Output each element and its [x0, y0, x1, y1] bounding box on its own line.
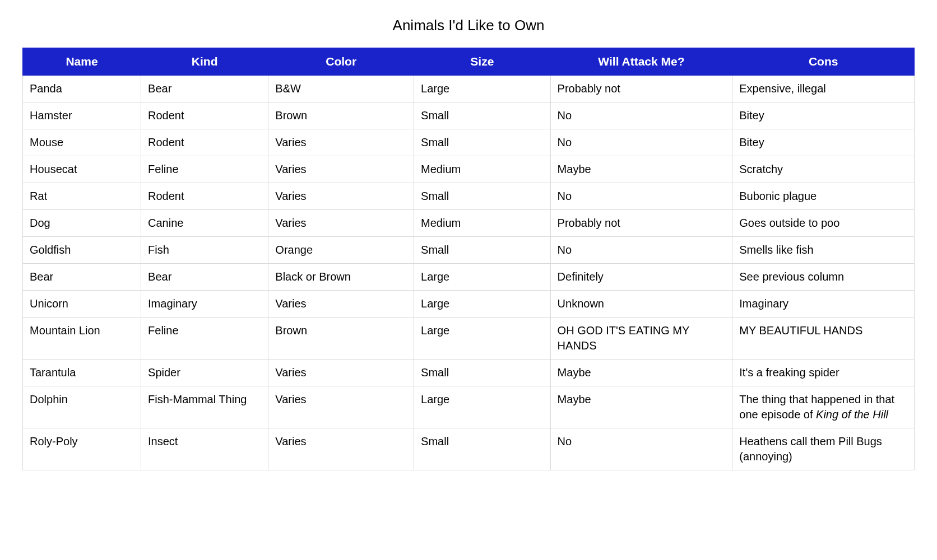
- cell-cons: Expensive, illegal: [732, 76, 915, 102]
- cell-kind: Bear: [141, 76, 268, 102]
- cell-color: Varies: [268, 428, 414, 470]
- cell-size: Medium: [414, 156, 551, 183]
- cell-cons: Bubonic plague: [732, 183, 915, 210]
- cell-name: Dog: [23, 210, 141, 237]
- cell-attack: Maybe: [550, 156, 732, 183]
- cell-attack: Unknown: [550, 291, 732, 318]
- cell-name: Hamster: [23, 102, 141, 129]
- cell-kind: Rodent: [141, 129, 268, 156]
- cell-cons: MY BEAUTIFUL HANDS: [732, 318, 915, 360]
- cell-size: Large: [414, 318, 551, 360]
- cell-color: Varies: [268, 210, 414, 237]
- cell-name: Housecat: [23, 156, 141, 183]
- cell-color: Brown: [268, 102, 414, 129]
- table-row: DolphinFish-Mammal ThingVariesLargeMaybe…: [23, 386, 915, 428]
- cell-cons: Imaginary: [732, 291, 915, 318]
- page-title: Animals I'd Like to Own: [22, 17, 915, 34]
- cell-color: Varies: [268, 386, 414, 428]
- cell-kind: Feline: [141, 318, 268, 360]
- table-row: Mountain LionFelineBrownLargeOH GOD IT'S…: [23, 318, 915, 360]
- table-row: PandaBearB&WLargeProbably notExpensive, …: [23, 76, 915, 102]
- cell-size: Large: [414, 386, 551, 428]
- cell-cons: It's a freaking spider: [732, 360, 915, 386]
- cell-cons: Heathens call them Pill Bugs (annoying): [732, 428, 915, 470]
- cell-cons: Scratchy: [732, 156, 915, 183]
- cell-color: Black or Brown: [268, 264, 414, 291]
- cell-size: Small: [414, 237, 551, 264]
- col-header-size: Size: [414, 48, 551, 76]
- table-row: DogCanineVariesMediumProbably notGoes ou…: [23, 210, 915, 237]
- cell-name: Bear: [23, 264, 141, 291]
- cell-kind: Spider: [141, 360, 268, 386]
- table-row: HousecatFelineVariesMediumMaybeScratchy: [23, 156, 915, 183]
- cell-name: Rat: [23, 183, 141, 210]
- cell-name: Roly-Poly: [23, 428, 141, 470]
- cell-cons: Bitey: [732, 102, 915, 129]
- table-row: RatRodentVariesSmallNoBubonic plague: [23, 183, 915, 210]
- cell-color: Varies: [268, 291, 414, 318]
- cell-name: Mouse: [23, 129, 141, 156]
- cell-size: Large: [414, 291, 551, 318]
- cell-kind: Rodent: [141, 102, 268, 129]
- cell-attack: No: [550, 428, 732, 470]
- cell-kind: Fish: [141, 237, 268, 264]
- cell-color: B&W: [268, 76, 414, 102]
- cell-attack: Maybe: [550, 386, 732, 428]
- cell-color: Varies: [268, 360, 414, 386]
- cell-attack: Probably not: [550, 210, 732, 237]
- cell-attack: Definitely: [550, 264, 732, 291]
- table-row: TarantulaSpiderVariesSmallMaybeIt's a fr…: [23, 360, 915, 386]
- cell-kind: Feline: [141, 156, 268, 183]
- cell-cons: Goes outside to poo: [732, 210, 915, 237]
- cell-kind: Bear: [141, 264, 268, 291]
- cell-attack: No: [550, 237, 732, 264]
- cell-cons: The thing that happened in that one epis…: [732, 386, 915, 428]
- cell-attack: Probably not: [550, 76, 732, 102]
- cell-size: Small: [414, 129, 551, 156]
- cell-color: Brown: [268, 318, 414, 360]
- cell-kind: Canine: [141, 210, 268, 237]
- cell-cons: Smells like fish: [732, 237, 915, 264]
- col-header-color: Color: [268, 48, 414, 76]
- cell-name: Unicorn: [23, 291, 141, 318]
- cell-name: Goldfish: [23, 237, 141, 264]
- table-row: UnicornImaginaryVariesLargeUnknownImagin…: [23, 291, 915, 318]
- cell-cons: Bitey: [732, 129, 915, 156]
- cell-kind: Fish-Mammal Thing: [141, 386, 268, 428]
- col-header-cons: Cons: [732, 48, 915, 76]
- table-header-row: Name Kind Color Size Will Attack Me? Con…: [23, 48, 915, 76]
- cell-attack: No: [550, 183, 732, 210]
- cell-size: Small: [414, 183, 551, 210]
- cell-attack: Maybe: [550, 360, 732, 386]
- cell-name: Mountain Lion: [23, 318, 141, 360]
- col-header-kind: Kind: [141, 48, 268, 76]
- col-header-attack: Will Attack Me?: [550, 48, 732, 76]
- cell-kind: Imaginary: [141, 291, 268, 318]
- cell-name: Dolphin: [23, 386, 141, 428]
- cell-attack: OH GOD IT'S EATING MY HANDS: [550, 318, 732, 360]
- cell-color: Varies: [268, 183, 414, 210]
- cell-cons: See previous column: [732, 264, 915, 291]
- cell-size: Small: [414, 360, 551, 386]
- cell-color: Orange: [268, 237, 414, 264]
- table-row: BearBearBlack or BrownLargeDefinitelySee…: [23, 264, 915, 291]
- cell-attack: No: [550, 102, 732, 129]
- cell-size: Large: [414, 264, 551, 291]
- cell-name: Panda: [23, 76, 141, 102]
- table-row: GoldfishFishOrangeSmallNoSmells like fis…: [23, 237, 915, 264]
- table-row: MouseRodentVariesSmallNoBitey: [23, 129, 915, 156]
- cell-color: Varies: [268, 156, 414, 183]
- cell-size: Small: [414, 428, 551, 470]
- table-row: HamsterRodentBrownSmallNoBitey: [23, 102, 915, 129]
- cell-color: Varies: [268, 129, 414, 156]
- col-header-name: Name: [23, 48, 141, 76]
- cell-attack: No: [550, 129, 732, 156]
- cons-italic: King of the Hill: [816, 408, 888, 421]
- cell-size: Medium: [414, 210, 551, 237]
- cell-size: Small: [414, 102, 551, 129]
- table-row: Roly-PolyInsectVariesSmallNoHeathens cal…: [23, 428, 915, 470]
- cell-kind: Rodent: [141, 183, 268, 210]
- animals-table: Name Kind Color Size Will Attack Me? Con…: [22, 48, 915, 470]
- cell-name: Tarantula: [23, 360, 141, 386]
- cell-kind: Insect: [141, 428, 268, 470]
